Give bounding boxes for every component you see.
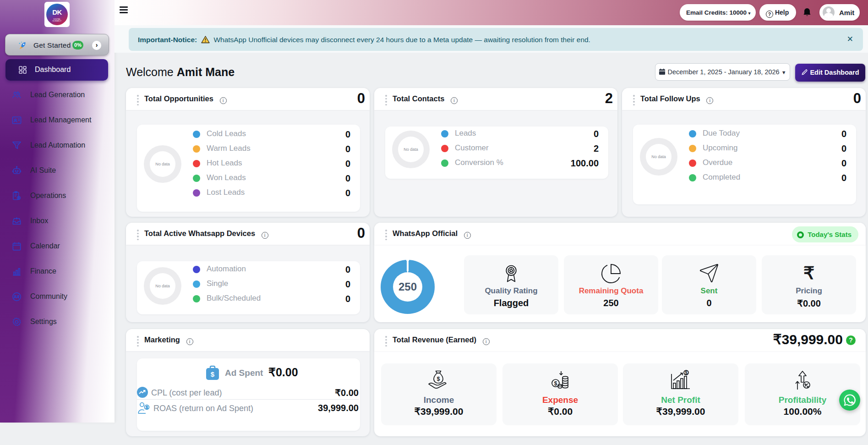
svg-text:$: $ xyxy=(554,380,557,387)
svg-text:$: $ xyxy=(685,370,688,375)
svg-text:$: $ xyxy=(437,376,440,382)
svg-text:$: $ xyxy=(146,405,148,410)
svg-text:$: $ xyxy=(211,370,215,378)
